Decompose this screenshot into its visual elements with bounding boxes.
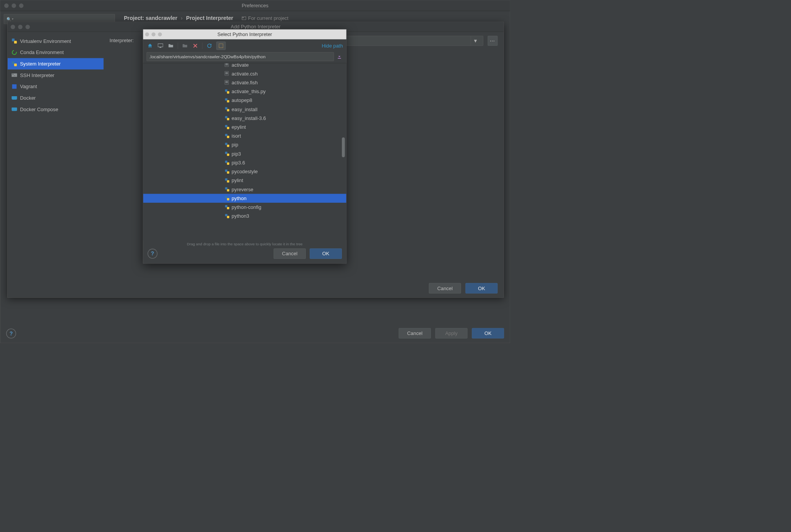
apply-button[interactable]: Apply	[435, 328, 468, 338]
search-icon	[7, 16, 11, 22]
environment-option[interactable]: Virtualenv Environment	[8, 35, 103, 47]
traffic-lights	[0, 0, 28, 11]
python-icon	[11, 61, 17, 66]
environment-option[interactable]: Conda Environment	[8, 47, 103, 58]
file-tree-item-label: pycodestyle	[231, 169, 258, 174]
ok-button[interactable]: OK	[310, 248, 342, 259]
python-file-icon	[225, 187, 230, 192]
minimize-icon[interactable]	[11, 3, 16, 8]
file-tree-item-label: activate.csh	[231, 71, 258, 77]
minimize-icon[interactable]	[18, 25, 23, 29]
python-file-icon	[225, 151, 230, 156]
desktop-icon[interactable]	[157, 42, 164, 49]
file-tree-item[interactable]: pycodestyle	[143, 167, 346, 176]
ok-button[interactable]: OK	[466, 283, 498, 294]
refresh-icon[interactable]	[206, 42, 213, 49]
cancel-button[interactable]: Cancel	[399, 328, 431, 338]
preferences-title: Preferences	[242, 3, 269, 8]
file-tree-item-label: activate.fish	[231, 80, 258, 85]
file-tree-item[interactable]: autopep8	[143, 96, 346, 105]
breadcrumb-root[interactable]: Project: sandcrawler	[124, 15, 177, 21]
file-tree-item[interactable]: epylint	[143, 123, 346, 131]
file-tree-item[interactable]: python-config	[143, 203, 346, 212]
file-tree-item-label: pylint	[231, 177, 243, 183]
environment-option-label: Virtualenv Environment	[20, 38, 71, 44]
file-tree-item[interactable]: pip3	[143, 149, 346, 158]
interpreter-field-label: Interpreter:	[110, 36, 144, 44]
zoom-icon[interactable]	[158, 32, 162, 36]
file-tree-item[interactable]: pip3.6	[143, 158, 346, 167]
file-tree-item-label: pyreverse	[231, 187, 253, 192]
docker-icon	[11, 95, 17, 100]
file-icon	[225, 63, 230, 67]
python-file-icon	[225, 133, 230, 138]
minimize-icon[interactable]	[151, 32, 155, 36]
file-tree-item[interactable]: pip	[143, 140, 346, 149]
file-tree-item[interactable]: activate	[143, 63, 346, 69]
chevron-down-icon[interactable]: ▼	[471, 36, 480, 46]
file-tree-item[interactable]: python3	[143, 212, 346, 220]
file-tree-item[interactable]: activate.csh	[143, 69, 346, 78]
breadcrumb-separator-icon: ›	[181, 15, 183, 21]
python-file-icon	[225, 196, 230, 201]
environment-option-label: Docker Compose	[20, 107, 58, 112]
environment-option-label: System Interpreter	[20, 61, 61, 67]
environment-option-label: SSH Interpreter	[20, 72, 54, 78]
close-icon[interactable]	[11, 25, 15, 29]
file-tree-item-label: autopep8	[231, 97, 252, 103]
python-file-icon	[225, 116, 230, 121]
ok-button[interactable]: OK	[472, 328, 504, 338]
breadcrumb-leaf: Project Interpreter	[186, 15, 233, 21]
file-tree-item-label: python	[231, 195, 246, 201]
file-tree-item[interactable]: activate_this.py	[143, 87, 346, 96]
new-folder-icon[interactable]	[181, 42, 188, 49]
environment-option[interactable]: Vagrant	[8, 81, 103, 92]
hide-path-link[interactable]: Hide path	[322, 43, 343, 49]
project-icon[interactable]	[167, 42, 174, 49]
show-hidden-icon[interactable]	[216, 41, 226, 50]
environment-option[interactable]: SSH Interpreter	[8, 69, 103, 81]
file-tree-item[interactable]: activate.fish	[143, 78, 346, 87]
environment-option[interactable]: System Interpreter	[8, 58, 103, 70]
path-input[interactable]: .local/share/virtualenvs/sandcrawler-2QD…	[146, 52, 334, 61]
file-tree-item[interactable]: pylint	[143, 176, 346, 185]
add-interpreter-buttons: Cancel OK	[429, 283, 497, 294]
python-file-icon	[225, 205, 230, 210]
file-tree[interactable]: activateactivate.cshactivate.fishactivat…	[143, 63, 346, 240]
file-tree-item[interactable]: python	[143, 194, 346, 203]
toolbar-separator	[202, 43, 203, 49]
cancel-button[interactable]: Cancel	[429, 283, 461, 294]
python-icon	[11, 38, 17, 44]
python-file-icon	[225, 160, 230, 165]
vagrant-icon	[11, 84, 17, 89]
zoom-icon[interactable]	[25, 25, 30, 29]
file-tree-item[interactable]: easy_install	[143, 105, 346, 113]
zoom-icon[interactable]	[19, 3, 24, 8]
cancel-button[interactable]: Cancel	[274, 248, 306, 259]
environment-type-list: Virtualenv EnvironmentConda EnvironmentS…	[8, 32, 103, 280]
file-tree-item[interactable]: isort	[143, 131, 346, 140]
file-tree-item-label: python-config	[231, 204, 261, 210]
file-tree-item[interactable]: easy_install-3.6	[143, 114, 346, 123]
file-tree-item-label: easy_install-3.6	[231, 115, 266, 121]
python-file-icon	[225, 107, 230, 112]
environment-option-label: Conda Environment	[20, 49, 64, 55]
scrollbar-thumb[interactable]	[342, 138, 345, 158]
delete-icon[interactable]	[192, 42, 199, 49]
breadcrumb: Project: sandcrawler › Project Interpret…	[124, 15, 288, 21]
file-tree-item-label: epylint	[231, 124, 246, 130]
help-button[interactable]: ?	[148, 249, 158, 259]
browse-button[interactable]: ⋯	[488, 36, 498, 46]
file-tree-item[interactable]: pyreverse	[143, 185, 346, 194]
conda-icon	[11, 50, 17, 55]
close-icon[interactable]	[145, 32, 149, 36]
environment-option[interactable]: Docker	[8, 92, 103, 104]
close-icon[interactable]	[4, 3, 9, 8]
home-icon[interactable]	[146, 42, 153, 49]
python-file-icon	[225, 143, 230, 148]
history-dropdown-icon[interactable]	[336, 53, 343, 60]
environment-option[interactable]: Docker Compose	[8, 103, 103, 115]
select-interpreter-dialog: Select Python Interpreter Hide path .	[143, 29, 346, 263]
environment-option-label: Docker	[20, 95, 36, 101]
help-button[interactable]: ?	[6, 328, 16, 338]
